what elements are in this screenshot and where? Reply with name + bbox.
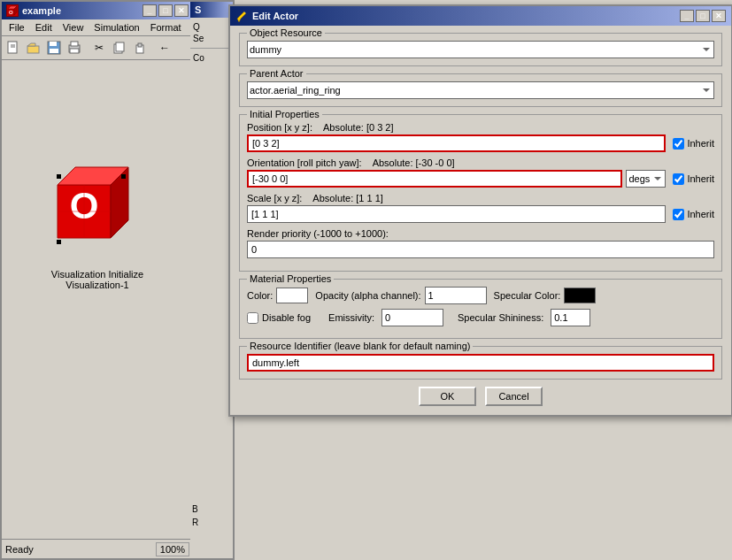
render-priority-label: Render priority (-1000 to +1000): bbox=[247, 228, 389, 239]
app2-titlebar: S bbox=[190, 2, 233, 18]
specular-shininess-field-group: Specular Shininess: bbox=[458, 309, 590, 326]
menu-view[interactable]: View bbox=[58, 20, 89, 35]
app-title: example bbox=[22, 5, 61, 16]
menu-edit[interactable]: Edit bbox=[30, 20, 58, 35]
svg-rect-18 bbox=[138, 43, 142, 47]
material-properties-group: Material Properties Color: Opacity (alph… bbox=[239, 279, 722, 339]
toolbar-paste[interactable] bbox=[130, 38, 150, 58]
specular-color-swatch[interactable] bbox=[564, 288, 596, 303]
toolbar-save[interactable] bbox=[44, 38, 64, 58]
scale-inherit-label: Inherit bbox=[687, 209, 714, 219]
app-minimize-btn[interactable]: _ bbox=[143, 4, 157, 17]
orientation-inherit-checkbox[interactable] bbox=[673, 173, 684, 185]
app2-menu-item-se: Se bbox=[192, 33, 231, 44]
position-absolute: Absolute: [0 3 2] bbox=[323, 122, 394, 133]
cancel-button[interactable]: Cancel bbox=[485, 387, 543, 406]
svg-text:O: O bbox=[9, 10, 13, 15]
parent-actor-select[interactable]: actor.aerial_ring_ring bbox=[247, 81, 714, 99]
dialog-title: Edit Actor bbox=[252, 11, 298, 21]
canvas-label-line2: Visualization-1 bbox=[65, 280, 128, 290]
orientation-units-select[interactable]: degs rads bbox=[626, 170, 666, 188]
position-inherit-label: Inherit bbox=[687, 138, 714, 149]
svg-marker-8 bbox=[27, 43, 35, 46]
toolbar-back[interactable]: ← bbox=[155, 38, 174, 58]
disable-fog-group: Disable fog bbox=[247, 312, 311, 324]
app-canvas: O Visualization Initialize Visualization… bbox=[2, 60, 193, 387]
specular-shininess-input[interactable] bbox=[551, 309, 590, 326]
canvas-label-line1: Visualization Initialize bbox=[51, 269, 143, 280]
specular-color-field-group: Specular Color: bbox=[494, 288, 597, 303]
toolbar-new[interactable] bbox=[4, 38, 23, 58]
menu-format[interactable]: Format bbox=[145, 20, 187, 35]
ok-button[interactable]: OK bbox=[419, 387, 476, 406]
edit-actor-dialog: Edit Actor _ □ ✕ Object Resource dummy P… bbox=[228, 4, 732, 417]
svg-marker-25 bbox=[237, 12, 246, 22]
scale-input[interactable] bbox=[247, 205, 666, 223]
menu-file[interactable]: File bbox=[4, 20, 30, 35]
material-row-1: Color: Opacity (alpha channel): Specular… bbox=[247, 287, 714, 304]
toolbar-cut[interactable]: ✂ bbox=[89, 38, 109, 58]
svg-rect-11 bbox=[50, 49, 58, 53]
render-priority-input[interactable] bbox=[247, 241, 714, 258]
position-label: Position [x y z]: bbox=[247, 122, 312, 133]
scale-absolute: Absolute: [1 1 1] bbox=[312, 193, 383, 203]
toolbar-open[interactable] bbox=[24, 38, 43, 58]
position-input[interactable] bbox=[247, 134, 666, 152]
scale-inputs-row: Inherit bbox=[247, 205, 714, 223]
object-resource-select[interactable]: dummy bbox=[247, 41, 714, 58]
app-toolbar: ✂ ← bbox=[2, 36, 193, 60]
scale-label: Scale [x y z]: bbox=[247, 193, 302, 203]
object-resource-group: Object Resource dummy bbox=[239, 33, 722, 66]
dialog-minimize-btn[interactable]: _ bbox=[680, 10, 694, 22]
resource-identifier-input[interactable] bbox=[247, 354, 714, 372]
dialog-content: Object Resource dummy Parent Actor actor… bbox=[230, 26, 731, 415]
material-properties-label: Material Properties bbox=[247, 273, 334, 284]
emissivity-input[interactable] bbox=[381, 309, 443, 326]
app-win-controls[interactable]: _ □ ✕ bbox=[143, 4, 189, 17]
position-inherit-checkbox[interactable] bbox=[673, 138, 684, 150]
specular-shininess-label: Specular Shininess: bbox=[458, 312, 543, 323]
toolbar-copy[interactable] bbox=[110, 38, 129, 58]
app2-content-b: B bbox=[192, 504, 198, 514]
app-statusbar: Ready 100% bbox=[2, 539, 193, 558]
dialog-buttons: OK Cancel bbox=[239, 387, 722, 406]
disable-fog-checkbox[interactable] bbox=[247, 312, 258, 324]
opacity-field-group: Opacity (alpha channel): bbox=[315, 287, 486, 304]
resource-identifier-label: Resource Identifier (leave blank for def… bbox=[247, 341, 473, 351]
app2-content-co: Co bbox=[192, 52, 231, 64]
position-inputs-row: Inherit bbox=[247, 134, 714, 152]
dialog-icon bbox=[235, 10, 248, 22]
svg-rect-10 bbox=[50, 42, 57, 46]
position-inherit: Inherit bbox=[673, 138, 714, 150]
render-priority-labels-row: Render priority (-1000 to +1000): bbox=[247, 228, 714, 239]
color-label: Color: bbox=[247, 290, 273, 301]
opacity-input[interactable] bbox=[425, 287, 487, 304]
selection-handle bbox=[57, 174, 61, 179]
app-maximize-btn[interactable]: □ bbox=[158, 4, 173, 17]
dialog-maximize-btn[interactable]: □ bbox=[696, 10, 710, 22]
orientation-input[interactable] bbox=[247, 170, 622, 188]
scale-inherit-checkbox[interactable] bbox=[673, 209, 684, 220]
selection-handle bbox=[57, 240, 61, 244]
dialog-close-btn[interactable]: ✕ bbox=[712, 10, 726, 22]
dialog-titlebar: Edit Actor _ □ ✕ bbox=[230, 6, 731, 26]
resource-identifier-group: Resource Identifier (leave blank for def… bbox=[239, 346, 722, 380]
app-menu: File Edit View Simulation Format To bbox=[2, 19, 193, 36]
toolbar-print[interactable] bbox=[65, 38, 84, 58]
specular-color-label: Specular Color: bbox=[494, 290, 561, 301]
svg-rect-14 bbox=[70, 49, 79, 53]
opacity-label: Opacity (alpha channel): bbox=[315, 290, 420, 301]
object-resource-label: Object Resource bbox=[247, 27, 325, 38]
app-close-btn[interactable]: ✕ bbox=[174, 4, 189, 17]
status-zoom: 100% bbox=[156, 542, 189, 556]
menu-simulation[interactable]: Simulation bbox=[89, 20, 144, 35]
dialog-win-controls[interactable]: _ □ ✕ bbox=[680, 10, 726, 22]
svg-rect-7 bbox=[27, 46, 39, 53]
initial-properties-label: Initial Properties bbox=[247, 109, 322, 119]
color-swatch[interactable] bbox=[276, 288, 308, 303]
parent-actor-label: Parent Actor bbox=[247, 68, 306, 79]
status-text: Ready bbox=[5, 544, 34, 555]
app-window: O example _ □ ✕ File Edit View Simulatio… bbox=[0, 0, 195, 560]
position-labels-row: Position [x y z]: Absolute: [0 3 2] bbox=[247, 122, 714, 133]
orientation-absolute: Absolute: [-30 -0 0] bbox=[373, 157, 455, 168]
